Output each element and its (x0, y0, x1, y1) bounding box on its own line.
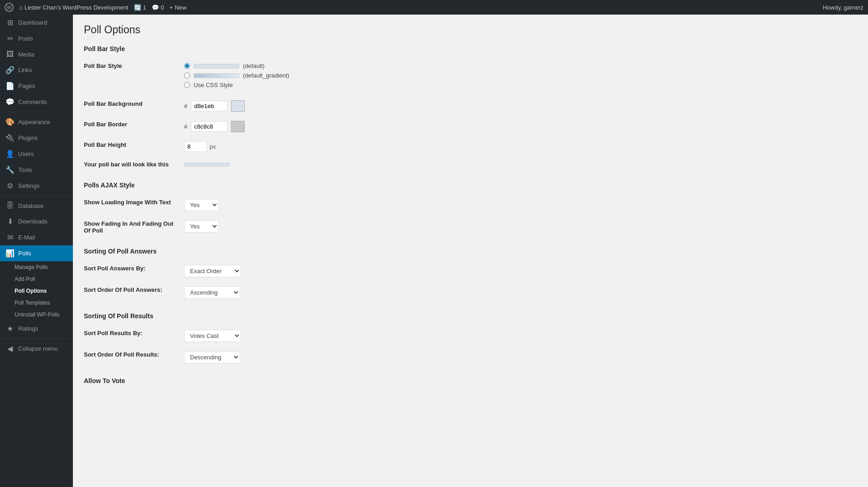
radio-default-label: (default) (243, 62, 265, 69)
comments-link[interactable]: 💬 0 (152, 4, 164, 11)
border-color-swatch[interactable] (231, 121, 245, 132)
wp-logo[interactable]: W (5, 3, 14, 12)
sort-answers-by-select[interactable]: Exact Order Alphabetical Votes Cast Rand… (184, 265, 241, 277)
submenu-manage-polls[interactable]: Manage Polls (0, 261, 73, 273)
bar-preview-gradient (194, 73, 239, 78)
updates-link[interactable]: 🔄 1 (134, 4, 146, 11)
tools-icon: 🔧 (5, 166, 15, 174)
sidebar-item-downloads[interactable]: ⬇ Downloads (0, 213, 73, 229)
menu-separator-2 (0, 196, 73, 196)
sidebar-item-posts[interactable]: ✏ Posts (0, 31, 73, 47)
row-poll-bar-preview: Your poll bar will look like this (84, 156, 857, 172)
site-icon: ⌂ (19, 4, 23, 11)
sort-answers-order-select[interactable]: Ascending Descending (184, 286, 240, 299)
ratings-icon: ★ (5, 324, 15, 333)
show-loading-label: Show Loading Image With Text (84, 194, 184, 216)
sidebar-item-pages[interactable]: 📄 Pages (0, 78, 73, 94)
submenu-poll-options[interactable]: Poll Options (0, 285, 73, 297)
submenu-add-poll[interactable]: Add Poll (0, 273, 73, 285)
color-row-border: # (184, 121, 857, 132)
row-poll-bar-height: Poll Bar Height px (84, 137, 857, 156)
row-sort-answers-order: Sort Order Of Poll Answers: Ascending De… (84, 282, 857, 303)
radio-gradient[interactable] (184, 73, 190, 78)
plugins-icon: 🔌 (5, 134, 15, 142)
submenu-poll-templates[interactable]: Poll Templates (0, 297, 73, 309)
row-sort-answers-by: Sort Poll Answers By: Exact Order Alphab… (84, 260, 857, 282)
section-sorting-answers-title: Sorting Of Poll Answers (84, 248, 857, 255)
poll-bar-demo (184, 163, 230, 166)
show-fading-select[interactable]: Yes No (184, 220, 219, 233)
sidebar-item-tools[interactable]: 🔧 Tools (0, 162, 73, 178)
sidebar-item-settings[interactable]: ⚙ Settings (0, 178, 73, 194)
poll-bar-background-label: Poll Bar Background (84, 96, 184, 116)
height-row: px (184, 141, 857, 152)
height-input[interactable] (184, 141, 207, 152)
new-content-link[interactable]: + New (169, 4, 186, 11)
radio-css-label: Use CSS Style (194, 82, 233, 88)
sorting-answers-table: Sort Poll Answers By: Exact Order Alphab… (84, 260, 857, 303)
database-icon: 🗄 (5, 202, 15, 210)
radio-css[interactable] (184, 82, 190, 88)
section-poll-bar-style-title: Poll Bar Style (84, 45, 857, 52)
radio-default[interactable] (184, 63, 190, 69)
section-sorting-results-title: Sorting Of Poll Results (84, 312, 857, 320)
background-color-swatch[interactable] (231, 100, 245, 112)
row-poll-bar-style: Poll Bar Style (default) (default_gradie… (84, 58, 857, 96)
sidebar-item-links[interactable]: 🔗 Links (0, 62, 73, 78)
sidebar-item-appearance[interactable]: 🎨 Appearance (0, 114, 73, 130)
background-color-input[interactable] (191, 101, 227, 111)
comments-icon: 💬 (152, 4, 159, 11)
links-icon: 🔗 (5, 66, 15, 74)
sort-results-by-label: Sort Poll Results By: (84, 325, 184, 347)
row-poll-bar-background: Poll Bar Background # (84, 96, 857, 116)
show-fading-label: Show Fading In And Fading Out Of Poll (84, 216, 184, 238)
sort-answers-by-label: Sort Poll Answers By: (84, 260, 184, 282)
hash-background: # (184, 103, 187, 109)
collapse-icon: ◀ (5, 344, 15, 353)
sidebar-item-media[interactable]: 🖼 Media (0, 47, 73, 62)
radio-option-css: Use CSS Style (184, 82, 857, 88)
sort-results-by-select[interactable]: Votes Cast Alphabetical Exact Order Rand… (184, 330, 241, 342)
poll-bar-height-label: Poll Bar Height (84, 137, 184, 156)
submenu-uninstall-wp-polls[interactable]: Uninstall WP-Polls (0, 309, 73, 321)
row-sort-results-by: Sort Poll Results By: Votes Cast Alphabe… (84, 325, 857, 347)
section-ajax-style-title: Polls AJAX Style (84, 181, 857, 189)
row-sort-results-order: Sort Order Of Poll Results: Descending A… (84, 347, 857, 368)
sort-results-order-label: Sort Order Of Poll Results: (84, 347, 184, 368)
menu-separator-3 (0, 338, 73, 339)
admin-menu: ⊞ Dashboard ✏ Posts 🖼 Media 🔗 Links 📄 Pa… (0, 15, 73, 487)
sort-results-order-select[interactable]: Descending Ascending (184, 351, 240, 363)
pages-icon: 📄 (5, 82, 15, 90)
sidebar-item-users[interactable]: 👤 Users (0, 146, 73, 162)
howdy-text: Howdy, gamerz (823, 4, 863, 11)
sidebar-item-polls[interactable]: 📊 Polls (0, 245, 73, 261)
menu-separator-1 (0, 112, 73, 112)
row-show-loading-image: Show Loading Image With Text Yes No (84, 194, 857, 216)
poll-bar-style-table: Poll Bar Style (default) (default_gradie… (84, 58, 857, 172)
border-color-input[interactable] (191, 121, 227, 132)
section-allow-to-vote-title: Allow To Vote (84, 377, 857, 384)
sidebar-item-plugins[interactable]: 🔌 Plugins (0, 130, 73, 146)
main-content: Poll Options Poll Bar Style Poll Bar Sty… (73, 15, 868, 487)
hash-border: # (184, 123, 187, 130)
sidebar-item-database[interactable]: 🗄 Database (0, 198, 73, 213)
sidebar-item-email[interactable]: ✉ E-Mail (0, 229, 73, 245)
sidebar-item-ratings[interactable]: ★ Ratings (0, 321, 73, 337)
site-name[interactable]: ⌂ Lester Chan's WordPress Development (19, 4, 128, 11)
poll-bar-preview-label: Your poll bar will look like this (84, 156, 184, 172)
posts-icon: ✏ (5, 34, 15, 43)
page-title: Poll Options (84, 24, 857, 36)
poll-bar-style-label: Poll Bar Style (84, 58, 184, 96)
show-loading-select[interactable]: Yes No (184, 199, 219, 211)
sidebar-item-dashboard[interactable]: ⊞ Dashboard (0, 15, 73, 31)
svg-text:W: W (7, 5, 12, 10)
sidebar-item-comments[interactable]: 💬 Comments (0, 94, 73, 110)
collapse-menu-button[interactable]: ◀ Collapse menu (0, 341, 73, 357)
sort-answers-order-label: Sort Order Of Poll Answers: (84, 282, 184, 303)
bar-preview-default (194, 64, 239, 68)
radio-option-default: (default) (184, 62, 857, 69)
ajax-style-table: Show Loading Image With Text Yes No Show… (84, 194, 857, 238)
users-icon: 👤 (5, 150, 15, 158)
sorting-results-table: Sort Poll Results By: Votes Cast Alphabe… (84, 325, 857, 368)
downloads-icon: ⬇ (5, 217, 15, 226)
